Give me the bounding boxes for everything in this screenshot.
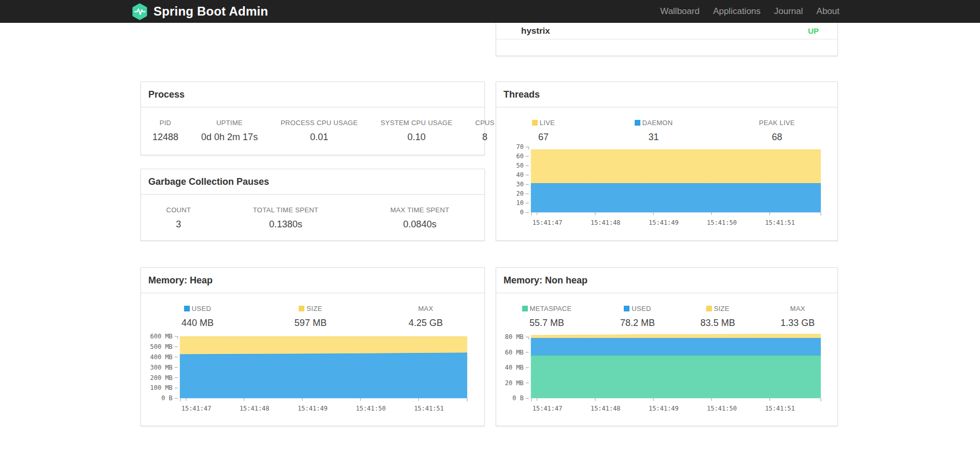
svg-text:15:41:49: 15:41:49 [298, 405, 328, 412]
card-title: Memory: Non heap [496, 268, 837, 293]
stat-label: DAEMON [591, 117, 717, 130]
brand-title: Spring Boot Admin [153, 4, 268, 19]
stat-label: SYSTEM CPU USAGE [369, 117, 464, 130]
nav-item-journal[interactable]: Journal [774, 6, 803, 17]
stat-value: 0.0840s [355, 217, 484, 232]
svg-text:15:41:47: 15:41:47 [533, 219, 563, 226]
svg-text:15:41:49: 15:41:49 [649, 405, 679, 412]
card-title: Garbage Collection Pauses [141, 169, 484, 195]
svg-text:40: 40 [516, 171, 523, 179]
stat-label: PROCESS CPU USAGE [269, 117, 369, 130]
stat-value: 12488 [141, 130, 190, 145]
svg-text:60: 60 [516, 153, 523, 160]
card-threads: Threads LIVEDAEMONPEAK LIVE673168 010203… [496, 81, 838, 241]
stat-value: 0.1380s [216, 217, 356, 232]
stat-value: 440 MB [141, 316, 254, 331]
svg-text:15:41:48: 15:41:48 [591, 219, 621, 226]
service-name: hystrix [521, 26, 550, 36]
svg-text:80 MB: 80 MB [505, 333, 524, 341]
stat-label: PID [141, 117, 190, 130]
svg-text:0 B: 0 B [161, 394, 173, 402]
svg-text:60 MB: 60 MB [505, 349, 524, 356]
stat-value: 1.33 GB [758, 316, 837, 331]
svg-text:20: 20 [516, 190, 523, 197]
stat-value: 31 [591, 130, 717, 145]
svg-text:20 MB: 20 MB [505, 379, 524, 387]
svg-text:10: 10 [516, 199, 523, 207]
status-badge: UP [808, 26, 819, 35]
card-service-status: hystrix UP [496, 23, 838, 56]
stat-label: METASPACE [496, 303, 597, 316]
process-stats: PIDUPTIMEPROCESS CPU USAGESYSTEM CPU USA… [141, 117, 484, 145]
stats-table: COUNTTOTAL TIME SPENTMAX TIME SPENT30.13… [141, 204, 484, 232]
stat-label: USED [141, 303, 254, 316]
stat-label: TOTAL TIME SPENT [216, 204, 356, 217]
stat-value: 78.2 MB [597, 316, 678, 331]
threads-legend: LIVEDAEMONPEAK LIVE673168 [496, 117, 837, 145]
stat-value: 0d 0h 2m 17s [190, 130, 269, 145]
nav-item-about[interactable]: About [817, 6, 839, 17]
svg-text:500 MB: 500 MB [150, 343, 173, 350]
stat-value: 4.25 GB [367, 316, 484, 331]
legend-swatch-icon [706, 306, 712, 311]
nonheap-legend: METASPACEUSEDSIZEMAX55.7 MB78.2 MB83.5 M… [496, 303, 837, 331]
svg-text:15:41:48: 15:41:48 [240, 405, 270, 412]
stat-label: USED [597, 303, 678, 316]
legend-swatch-icon [184, 306, 190, 311]
stats-table: USEDSIZEMAX440 MB597 MB4.25 GB [141, 303, 484, 331]
stat-value: 0.01 [269, 130, 369, 145]
stat-value: 55.7 MB [496, 316, 597, 331]
svg-text:0: 0 [520, 209, 524, 216]
stat-value: 0.10 [369, 130, 464, 145]
navbar: Spring Boot Admin WallboardApplicationsJ… [0, 0, 980, 23]
heap-legend: USEDSIZEMAX440 MB597 MB4.25 GB [141, 303, 484, 331]
stats-table: METASPACEUSEDSIZEMAX55.7 MB78.2 MB83.5 M… [496, 303, 837, 331]
svg-text:0 B: 0 B [512, 394, 524, 402]
stat-label: SIZE [678, 303, 758, 316]
stat-label: PEAK LIVE [717, 117, 837, 130]
stat-label: MAX [367, 303, 484, 316]
svg-text:100 MB: 100 MB [150, 384, 173, 391]
svg-text:600 MB: 600 MB [150, 333, 173, 340]
stats-table: PIDUPTIMEPROCESS CPU USAGESYSTEM CPU USA… [141, 117, 506, 145]
stat-label: UPTIME [190, 117, 269, 130]
svg-text:15:41:50: 15:41:50 [707, 219, 737, 226]
stat-label: COUNT [141, 204, 216, 217]
stat-label: LIVE [496, 117, 591, 130]
card-memory-heap: Memory: Heap USEDSIZEMAX440 MB597 MB4.25… [141, 267, 485, 426]
legend-swatch-icon [532, 120, 538, 126]
card-process: Process PIDUPTIMEPROCESS CPU USAGESYSTEM… [141, 81, 485, 155]
svg-text:15:41:50: 15:41:50 [356, 405, 386, 412]
svg-text:15:41:49: 15:41:49 [649, 219, 679, 226]
stat-value: 597 MB [254, 316, 367, 331]
stat-value: 68 [717, 130, 837, 145]
spring-boot-admin-logo-icon [131, 3, 148, 20]
svg-text:15:41:50: 15:41:50 [707, 405, 737, 412]
stat-value: 67 [496, 130, 591, 145]
legend-swatch-icon [522, 306, 528, 311]
svg-text:15:41:47: 15:41:47 [181, 405, 212, 412]
brand[interactable]: Spring Boot Admin [131, 0, 268, 23]
legend-swatch-icon [635, 120, 640, 126]
stat-value: 83.5 MB [678, 316, 758, 331]
nav-item-applications[interactable]: Applications [713, 6, 761, 17]
svg-text:40 MB: 40 MB [505, 364, 524, 371]
svg-text:15:41:51: 15:41:51 [765, 219, 795, 226]
stats-table: LIVEDAEMONPEAK LIVE673168 [496, 117, 837, 145]
svg-text:200 MB: 200 MB [150, 374, 173, 382]
card-title: Threads [496, 82, 837, 107]
stat-label: SIZE [254, 303, 367, 316]
nav-item-wallboard[interactable]: Wallboard [660, 6, 699, 17]
card-memory-nonheap: Memory: Non heap METASPACEUSEDSIZEMAX55.… [496, 267, 838, 426]
card-title: Process [141, 82, 484, 107]
legend-swatch-icon [624, 306, 629, 311]
legend-swatch-icon [299, 306, 304, 311]
svg-text:15:41:51: 15:41:51 [414, 405, 444, 412]
service-row-hystrix: hystrix UP [496, 23, 837, 39]
svg-text:400 MB: 400 MB [150, 353, 173, 361]
svg-text:15:41:48: 15:41:48 [591, 405, 621, 412]
card-title: Memory: Heap [141, 268, 484, 293]
gc-stats: COUNTTOTAL TIME SPENTMAX TIME SPENT30.13… [141, 204, 484, 232]
card-garbage-collection: Garbage Collection Pauses COUNTTOTAL TIM… [141, 169, 485, 241]
svg-text:15:41:51: 15:41:51 [765, 405, 795, 412]
